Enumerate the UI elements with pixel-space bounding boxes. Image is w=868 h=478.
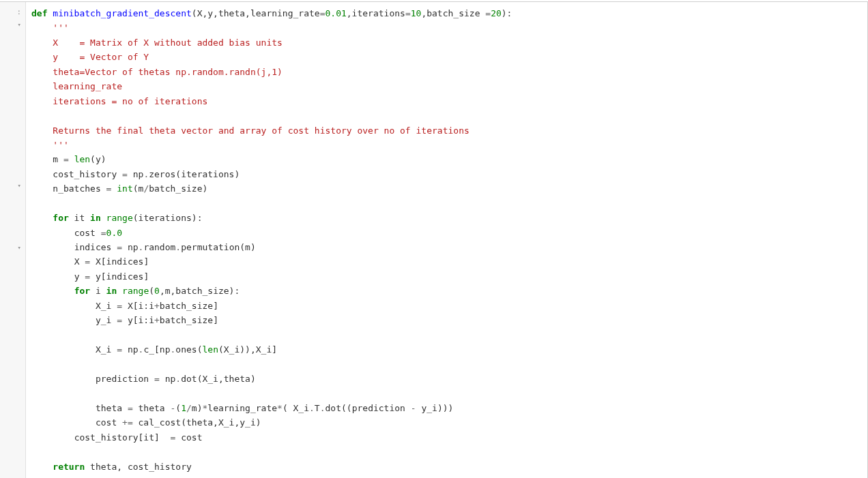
fold-marker-icon[interactable]: ▾ [14, 20, 21, 30]
code-line[interactable]: theta=Vector of thetas np.random.randn(j… [31, 65, 862, 79]
code-line[interactable]: for it in range(iterations): [31, 211, 862, 225]
code-line[interactable] [31, 357, 862, 372]
fold-marker-icon[interactable]: ▾ [14, 243, 21, 253]
code-line[interactable] [31, 196, 862, 211]
code-line[interactable]: X = Matrix of X without added bias units [31, 35, 862, 50]
code-line[interactable] [31, 386, 862, 400]
code-line[interactable]: y = Vector of Y [31, 50, 862, 64]
code-line[interactable]: learning_rate [31, 79, 862, 93]
code-line[interactable]: ''' [31, 138, 862, 152]
code-line[interactable]: cost_history[it] = cost [31, 430, 862, 445]
code-line[interactable]: m = len(y) [31, 152, 862, 166]
code-line[interactable]: indices = np.random.permutation(m) [31, 240, 862, 254]
code-line[interactable]: y = y[indices] [31, 269, 862, 284]
code-line[interactable]: X = X[indices] [31, 254, 862, 269]
code-line[interactable]: iterations = no of iterations [31, 94, 862, 108]
code-editor[interactable]: def minibatch_gradient_descent(X,y,theta… [26, 2, 867, 478]
code-line[interactable]: for i in range(0,m,batch_size): [31, 284, 862, 298]
code-line[interactable]: def minibatch_gradient_descent(X,y,theta… [31, 6, 862, 20]
code-line[interactable]: n_batches = int(m/batch_size) [31, 181, 862, 196]
code-cell: : ▾ ▾ ▾ def minibatch_gradient_descent(X… [0, 1, 868, 478]
code-line[interactable] [31, 328, 862, 342]
code-line[interactable]: theta = theta -(1/m)*learning_rate*( X_i… [31, 401, 862, 415]
code-line[interactable]: X_i = np.c_[np.ones(len(X_i)),X_i] [31, 342, 862, 357]
code-line[interactable]: X_i = X[i:i+batch_size] [31, 299, 862, 313]
code-line[interactable] [31, 108, 862, 123]
code-line[interactable]: prediction = np.dot(X_i,theta) [31, 372, 862, 386]
code-line[interactable]: y_i = y[i:i+batch_size] [31, 313, 862, 327]
fold-marker-icon[interactable]: ▾ [14, 181, 21, 191]
code-line[interactable]: return theta, cost_history [31, 460, 862, 474]
code-line[interactable]: cost_history = np.zeros(iterations) [31, 167, 862, 181]
code-line[interactable]: cost += cal_cost(theta,X_i,y_i) [31, 415, 862, 430]
code-line[interactable] [31, 445, 862, 459]
prompt-label: : [0, 6, 21, 18]
code-line[interactable]: cost =0.0 [31, 226, 862, 240]
code-line[interactable]: Returns the final theta vector and array… [31, 123, 862, 138]
code-line[interactable]: ''' [31, 20, 862, 35]
cell-gutter: : ▾ ▾ ▾ [0, 2, 26, 478]
